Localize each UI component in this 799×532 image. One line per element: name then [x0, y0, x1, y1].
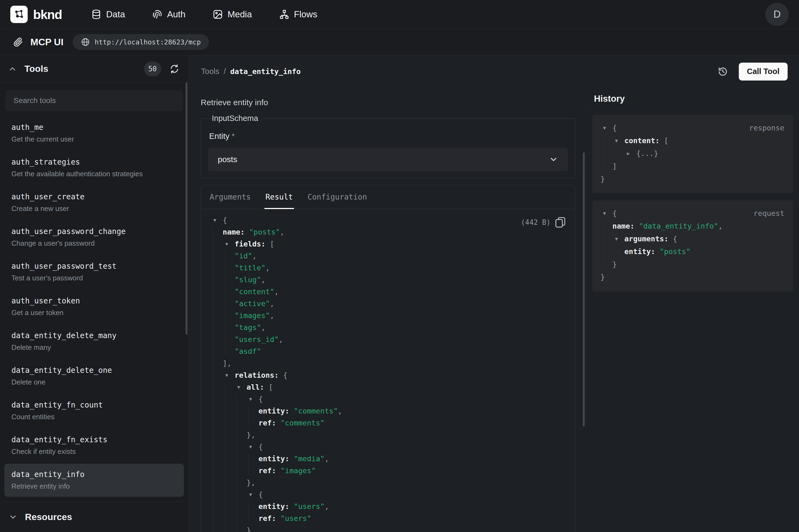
- tool-description: Test a user's password: [12, 273, 177, 283]
- paperclip-icon: [13, 37, 23, 48]
- chevron-up-icon: [8, 64, 17, 73]
- tool-list-item[interactable]: data_entity_delete_one Delete one: [4, 360, 184, 393]
- json-line: "images",: [211, 309, 565, 321]
- entity-select[interactable]: posts: [208, 148, 568, 171]
- tool-name: data_entity_info: [12, 470, 177, 479]
- brand[interactable]: bknd: [10, 6, 62, 23]
- tool-description: Delete many: [12, 343, 177, 352]
- search-input[interactable]: [5, 90, 183, 111]
- collapse-toggle-icon[interactable]: ▼: [247, 492, 255, 497]
- tools-count-badge: 50: [144, 61, 161, 76]
- json-line: ref: "comments": [211, 417, 565, 429]
- tool-detail-panel: Retrieve entity info InputSchema Entity*…: [189, 88, 586, 532]
- indent-guide: [614, 246, 615, 256]
- collapse-toggle-icon[interactable]: ▼: [612, 138, 621, 144]
- tool-list-item[interactable]: auth_user_create Create a new user: [4, 186, 184, 219]
- json-line: entity: "comments",: [211, 405, 565, 417]
- json-line: "users_id",: [211, 333, 565, 345]
- tool-list-item[interactable]: auth_user_password_test Test a user's pa…: [4, 255, 184, 288]
- tool-description: Get the current user: [12, 134, 177, 144]
- result-size-label: (442 B): [521, 218, 551, 226]
- history-button[interactable]: [717, 65, 729, 78]
- collapse-toggle-icon[interactable]: ▼: [223, 241, 231, 247]
- collapse-toggle-icon[interactable]: ▶: [624, 151, 632, 156]
- primary-nav: Data Auth Media Flows: [91, 9, 317, 20]
- json-line: ▼{: [211, 488, 565, 500]
- tool-list-item[interactable]: auth_user_password_change Change a user'…: [4, 221, 184, 254]
- tools-section-header[interactable]: Tools 50: [0, 55, 188, 82]
- chevron-down-icon: [549, 155, 558, 164]
- history-list: response ▼{▼content: [▶{...}]} request ▼…: [586, 110, 799, 297]
- history-header: History: [586, 88, 799, 110]
- tool-list-item[interactable]: data_entity_delete_many Delete many: [4, 325, 184, 358]
- brand-name: bknd: [33, 7, 62, 22]
- tool-list-item[interactable]: data_entity_fn_exists Check if entity ex…: [4, 429, 184, 462]
- nav-label: Media: [228, 9, 252, 20]
- json-line: ▼content: [: [601, 134, 785, 147]
- refresh-tools-button[interactable]: [169, 63, 180, 75]
- tab-configuration[interactable]: Configuration: [306, 185, 368, 209]
- result-json-tree[interactable]: (442 B) ▼{name: "posts",▼fields: ["id","…: [201, 209, 575, 532]
- collapse-toggle-icon[interactable]: ▼: [247, 444, 255, 450]
- nav-item-auth[interactable]: Auth: [152, 9, 186, 20]
- nav-item-data[interactable]: Data: [91, 9, 125, 20]
- json-line: ▼{: [211, 393, 565, 405]
- indent-guide: [237, 394, 237, 532]
- indent-guide: [249, 406, 249, 427]
- resources-section-header[interactable]: Resources: [0, 501, 188, 532]
- tool-description: Create a new user: [12, 204, 177, 213]
- tool-list-item[interactable]: auth_strategies Get the available authen…: [4, 151, 184, 184]
- json-line: ▼{: [211, 441, 565, 453]
- history-entry-response[interactable]: response ▼{▼content: [▶{...}]}: [592, 115, 793, 193]
- refresh-icon: [169, 64, 179, 74]
- json-line: "id",: [211, 250, 565, 262]
- json-line: ▼fields: [: [211, 238, 565, 250]
- history-entry-request[interactable]: request ▼{name: "data_entity_info",▼argu…: [592, 201, 793, 291]
- collapse-toggle-icon[interactable]: ▼: [612, 236, 621, 242]
- collapse-toggle-icon[interactable]: ▼: [601, 210, 609, 216]
- call-tool-button[interactable]: Call Tool: [739, 63, 787, 80]
- tool-name: auth_me: [12, 122, 177, 132]
- tool-list-item[interactable]: data_entity_fn_count Count entities: [4, 394, 184, 428]
- json-line: "tags",: [211, 321, 565, 333]
- json-line: "title",: [211, 262, 565, 273]
- tab-arguments[interactable]: Arguments: [209, 185, 252, 209]
- breadcrumb-section[interactable]: Tools: [201, 67, 220, 76]
- main-scrollbar[interactable]: [583, 152, 585, 426]
- user-avatar[interactable]: D: [765, 3, 789, 26]
- sidebar-scrollbar[interactable]: [186, 82, 187, 335]
- workspace: Tools 50 auth_me Get the current user au…: [0, 55, 799, 532]
- json-line: }: [601, 258, 785, 271]
- tool-list-item[interactable]: auth_user_token Get a user token: [4, 290, 184, 323]
- nav-label: Data: [106, 9, 125, 20]
- mcp-url-pill[interactable]: http://localhost:28623/mcp: [73, 34, 209, 50]
- json-line: "slug",: [211, 273, 565, 286]
- json-line: }: [211, 524, 565, 532]
- mcp-url: http://localhost:28623/mcp: [95, 38, 201, 46]
- database-icon: [91, 9, 101, 20]
- tool-description: Retrieve entity info: [201, 98, 575, 107]
- tool-name: data_entity_delete_many: [12, 331, 177, 341]
- tool-name: auth_strategies: [12, 157, 177, 167]
- collapse-toggle-icon[interactable]: ▼: [601, 125, 609, 131]
- response-json-tree[interactable]: ▼{▼content: [▶{...}]}: [601, 121, 785, 185]
- breadcrumb: Tools / data_entity_info: [201, 67, 301, 76]
- collapse-toggle-icon[interactable]: ▼: [234, 384, 243, 390]
- indent-guide: [603, 221, 603, 269]
- tab-result[interactable]: Result: [264, 185, 294, 209]
- nav-label: Flows: [294, 9, 317, 20]
- collapse-toggle-icon[interactable]: ▼: [223, 372, 231, 378]
- json-line: ▼{: [211, 214, 565, 226]
- copy-icon[interactable]: [555, 217, 565, 228]
- nav-label: Auth: [167, 9, 186, 20]
- tool-name: auth_user_create: [12, 192, 177, 202]
- globe-icon: [81, 37, 90, 46]
- nav-item-media[interactable]: Media: [213, 9, 252, 20]
- collapse-toggle-icon[interactable]: ▼: [247, 396, 255, 402]
- request-json-tree[interactable]: ▼{name: "data_entity_info",▼arguments: {…: [601, 207, 785, 283]
- collapse-toggle-icon[interactable]: ▼: [211, 217, 219, 223]
- nav-item-flows[interactable]: Flows: [279, 9, 317, 20]
- tool-list-item[interactable]: auth_me Get the current user: [4, 117, 184, 150]
- mcp-header-bar: MCP UI http://localhost:28623/mcp: [0, 29, 799, 55]
- tool-list-item[interactable]: data_entity_info Retrieve entity info: [4, 464, 184, 497]
